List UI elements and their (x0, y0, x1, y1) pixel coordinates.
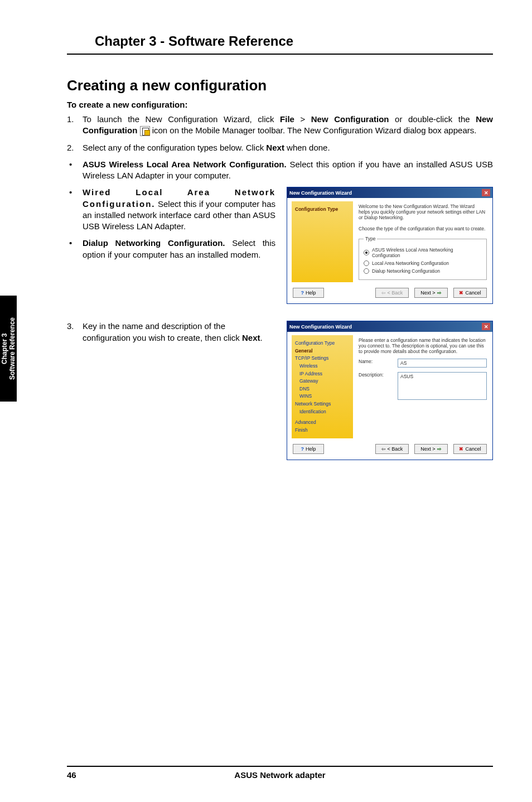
wizard-choose-text: Choose the type of the configuration tha… (359, 226, 487, 231)
nav-wins[interactable]: WINS (295, 393, 350, 400)
label: Help (306, 446, 316, 452)
close-icon[interactable]: ✕ (482, 189, 490, 196)
bullet-asus-wlan: • ASUS Wireless Local Area Network Confi… (67, 159, 493, 182)
wizard-intro-text: Please enter a configuration name that i… (359, 337, 487, 354)
option-title: ASUS Wireless Local Area Network Configu… (83, 160, 287, 169)
radio-label: ASUS Wireless Local Area Networking Conf… (372, 247, 482, 258)
nav-finish[interactable]: Finish (295, 427, 350, 434)
bullet-dot: • (67, 159, 83, 182)
close-icon[interactable]: ✕ (482, 323, 490, 330)
step-3: 3. Key in the name and description of th… (67, 321, 275, 344)
radio-dialup[interactable]: Dialup Networking Configuration (364, 268, 482, 274)
description-label: Description: (359, 372, 392, 378)
dialog-titlebar: New Configuration Wizard ✕ (287, 187, 492, 198)
type-fieldset: Type ASUS Wireless Local Area Networking… (359, 236, 487, 280)
label: Next > (420, 290, 435, 296)
description-input[interactable]: ASUS (398, 372, 487, 400)
step-1: 1. To launch the New Configuration Wizar… (67, 114, 493, 137)
button-label-next: Next (266, 143, 284, 152)
new-configuration-icon (140, 126, 150, 136)
name-input[interactable]: AS (398, 359, 487, 368)
nav-advanced[interactable]: Advanced (295, 419, 350, 427)
wizard-sidebar: Configuration Type (292, 201, 353, 282)
nav-wireless[interactable]: Wireless (295, 363, 350, 370)
divider (67, 54, 493, 55)
next-button[interactable]: Next > ⇨ (414, 444, 448, 454)
subheading: To create a new configuration: (67, 100, 493, 109)
text: icon on the Mobile Manager toolbar. The … (152, 125, 477, 135)
radio-asus-wireless[interactable]: ASUS Wireless Local Area Networking Conf… (364, 247, 482, 258)
footer-title: ASUS Network adapter (67, 770, 493, 780)
menu-new-config: New Configuration (311, 114, 389, 124)
nav-config-type[interactable]: Configuration Type (295, 206, 350, 214)
cancel-button[interactable]: ✖ Cancel (453, 444, 487, 454)
text: Select any of the configuration types be… (83, 143, 266, 152)
bullet-dot: • (67, 238, 83, 260)
nav-gateway[interactable]: Gateway (295, 378, 350, 385)
sidetab-chapter: Chapter 3 (1, 317, 8, 380)
help-button[interactable]: ? Help (293, 288, 324, 298)
bullet-dot: • (67, 187, 83, 232)
text: > (294, 114, 311, 124)
radio-icon (364, 250, 369, 255)
side-tab: Chapter 3 Software Reference (0, 296, 17, 402)
radio-label: Dialup Networking Configuration (372, 268, 440, 274)
text: To launch the New Configuration Wizard, … (83, 114, 280, 124)
chapter-heading: Chapter 3 - Software Reference (95, 33, 493, 49)
bullet-wired-lan: • Wired Local Area Network Configuration… (67, 187, 275, 232)
sidetab-title: Software Reference (8, 317, 16, 380)
help-button[interactable]: ? Help (293, 444, 324, 454)
label: Help (306, 290, 316, 296)
label: Cancel (465, 446, 481, 452)
nav-config-type[interactable]: Configuration Type (295, 340, 350, 347)
type-legend: Type (364, 236, 377, 241)
nav-dns[interactable]: DNS (295, 385, 350, 393)
cancel-button[interactable]: ✖ Cancel (453, 288, 487, 298)
wizard-sidebar: Configuration Type General TCP/IP Settin… (292, 335, 353, 438)
option-title: Dialup Networking Configuration. (83, 238, 225, 248)
new-config-wizard-dialog-type: New Configuration Wizard ✕ Configuration… (287, 187, 493, 304)
new-config-wizard-dialog-general: New Configuration Wizard ✕ Configuration… (287, 321, 493, 460)
label: Cancel (465, 290, 481, 296)
text: Key in the name and description of the c… (83, 321, 242, 342)
nav-ip[interactable]: IP Address (295, 370, 350, 378)
name-label: Name: (359, 359, 392, 364)
next-button[interactable]: Next > ⇨ (414, 288, 448, 298)
nav-identification[interactable]: Identification (295, 408, 350, 416)
nav-network-settings[interactable]: Network Settings (295, 400, 350, 408)
step-number: 3. (67, 321, 83, 344)
page-footer: 46 ASUS Network adapter (39, 766, 493, 780)
radio-label: Local Area Networking Configuration (372, 260, 449, 266)
button-label-next: Next (242, 333, 260, 342)
menu-file: File (280, 114, 294, 124)
dialog-titlebar: New Configuration Wizard ✕ (287, 321, 492, 332)
label: < Back (388, 290, 403, 296)
nav-tcpip[interactable]: TCP/IP Settings (295, 355, 350, 363)
radio-icon (364, 268, 369, 274)
step-2: 2. Select any of the configuration types… (67, 142, 493, 153)
label: Next > (420, 446, 435, 452)
dialog-title: New Configuration Wizard (289, 324, 352, 330)
text: or double-click the (389, 114, 476, 124)
text: . (260, 333, 263, 342)
nav-general[interactable]: General (295, 347, 350, 355)
step-number: 2. (67, 142, 83, 153)
text: when done. (284, 143, 330, 152)
back-button[interactable]: ⇦ < Back (375, 444, 409, 454)
radio-local-area[interactable]: Local Area Networking Configuration (364, 260, 482, 266)
dialog-title: New Configuration Wizard (289, 190, 352, 196)
wizard-welcome-text: Welcome to the New Configuration Wizard.… (359, 204, 487, 220)
radio-icon (364, 260, 369, 266)
section-title: Creating a new configuration (67, 77, 493, 94)
step-number: 1. (67, 114, 83, 137)
back-button[interactable]: ⇦ < Back (375, 288, 409, 298)
label: < Back (388, 446, 403, 452)
bullet-dialup: • Dialup Networking Configuration. Selec… (67, 238, 275, 260)
